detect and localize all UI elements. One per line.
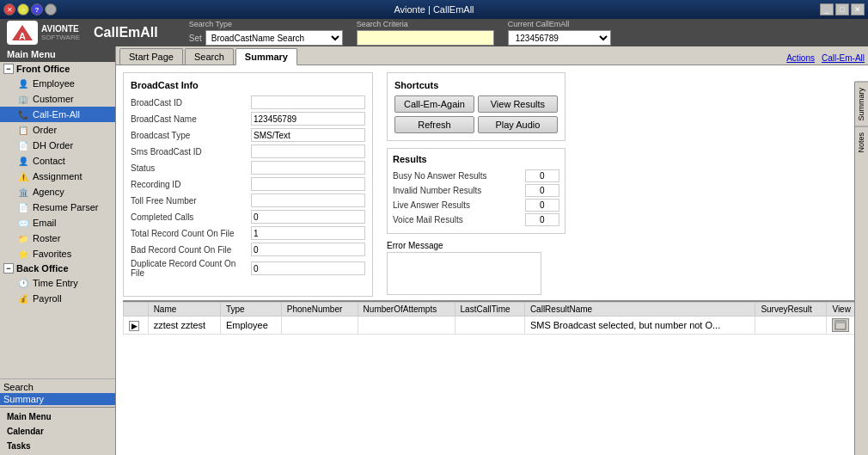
col-type[interactable]: Type (220, 303, 281, 317)
broadcast-name-label: BroadCast Name (131, 114, 251, 124)
row-view-btn[interactable] (832, 318, 849, 332)
current-callemall-select[interactable]: 123456789 (508, 30, 611, 46)
sidebar-item-payroll[interactable]: 💰 Payroll (0, 291, 115, 306)
row-type: Employee (226, 320, 268, 330)
broadcast-info-title: BroadCast Info (131, 80, 365, 90)
row-expander-btn[interactable]: ▶ (129, 321, 139, 331)
bad-record-input[interactable] (251, 243, 365, 256)
col-name[interactable]: Name (148, 303, 220, 317)
col-lastcalltime[interactable]: LastCallTime (455, 303, 524, 317)
sidebar-item-callemall[interactable]: 📞 Call-Em-All (0, 107, 115, 122)
play-audio-label: Play Audio (495, 120, 540, 130)
busy-no-answer-label: Busy No Answer Results (393, 171, 525, 181)
sidebar-item-favorites[interactable]: ⭐ Favorites (0, 246, 115, 261)
sidebar-item-resume[interactable]: 📄 Resume Parser (0, 200, 115, 215)
email-label: Email (33, 218, 57, 228)
sidebar-item-employee[interactable]: 👤 Employee (0, 76, 115, 91)
set-label: Set (189, 34, 202, 43)
summary-content: BroadCast Info BroadCast ID BroadCast Na… (116, 65, 868, 455)
breadcrumb-summary[interactable]: Summary (0, 393, 115, 405)
sidebar-item-order[interactable]: 📋 Order (0, 122, 115, 138)
duplicate-record-label: Duplicate Record Count On File (131, 259, 251, 278)
live-answer-value[interactable] (525, 199, 559, 212)
sidebar-item-assignment[interactable]: ⚠️ Assignment (0, 169, 115, 184)
completed-calls-label: Completed Calls (131, 212, 251, 222)
timeentry-label: Time Entry (33, 278, 78, 288)
right-tab-notes[interactable]: Notes (855, 126, 868, 158)
sidebar-section-back-office[interactable]: − Back Office (0, 261, 115, 275)
col-callresult[interactable]: CallResultName (524, 303, 755, 317)
sidebar-tree: − Front Office 👤 Employee 🏢 Customer (0, 62, 115, 378)
search-type-label: Search Type (189, 20, 343, 28)
broadcast-type-input[interactable] (251, 128, 365, 142)
col-attempts[interactable]: NumberOfAttempts (358, 303, 455, 317)
col-phone[interactable]: PhoneNumber (281, 303, 358, 317)
results-panel: Results Busy No Answer Results Invalid N… (387, 148, 565, 234)
win-restore[interactable]: □ (835, 3, 849, 15)
close-btn[interactable]: ✕ (3, 3, 15, 15)
resume-label: Resume Parser (33, 202, 98, 212)
actions-link[interactable]: Actions (786, 53, 815, 63)
toll-free-input[interactable] (251, 194, 365, 207)
sidebar-item-dhorder[interactable]: 📄 DH Order (0, 138, 115, 153)
help-btn[interactable]: ? (31, 3, 43, 15)
search-criteria-input[interactable] (357, 30, 494, 46)
call-em-again-button[interactable]: Call-Em-Again (394, 95, 474, 113)
breadcrumb-search[interactable]: Search (0, 381, 115, 393)
footer-tasks[interactable]: Tasks (0, 439, 115, 453)
tab-start-page[interactable]: Start Page (119, 48, 183, 65)
busy-no-answer-value[interactable] (525, 169, 559, 182)
invalid-number-value[interactable] (525, 184, 559, 197)
sidebar-item-agency[interactable]: 🏛️ Agency (0, 184, 115, 200)
minimize-btn[interactable]: − (17, 3, 29, 15)
total-record-input[interactable] (251, 226, 365, 240)
extra-btn[interactable] (45, 3, 57, 15)
sidebar-section-front-office[interactable]: − Front Office (0, 62, 115, 76)
svg-text:A: A (19, 31, 26, 41)
broadcast-name-row: BroadCast Name (131, 112, 365, 126)
sms-broadcast-id-input[interactable] (251, 144, 365, 158)
refresh-button[interactable]: Refresh (394, 116, 474, 133)
back-office-toggle[interactable]: − (3, 263, 14, 274)
error-message-input[interactable] (387, 252, 541, 295)
sidebar-item-email[interactable]: ✉️ Email (0, 215, 115, 231)
play-audio-button[interactable]: Play Audio (478, 116, 558, 133)
data-table-container: Name Type PhoneNumber NumberOfAttempts L… (123, 300, 861, 335)
call-em-again-label: Call-Em-Again (404, 99, 465, 109)
right-tab-summary[interactable]: Summary (855, 82, 868, 126)
right-side-panels: Shortcuts Call-Em-Again View Results Ref… (387, 72, 565, 297)
tab-summary-label: Summary (245, 52, 288, 62)
window-title: Avionte | CallEmAll (394, 4, 474, 15)
footer-calendar[interactable]: Calendar (0, 424, 115, 439)
callemall-icon: 📞 (17, 108, 29, 120)
tab-start-page-label: Start Page (129, 52, 174, 62)
tab-summary[interactable]: Summary (235, 48, 297, 65)
logo-icon: A (7, 21, 38, 45)
agency-label: Agency (33, 187, 64, 197)
col-survey[interactable]: SurveyResult (755, 303, 827, 317)
win-close[interactable]: ✕ (851, 3, 865, 15)
duplicate-record-input[interactable] (251, 261, 365, 275)
search-criteria-group: Search Criteria (357, 20, 494, 46)
completed-calls-input[interactable] (251, 210, 365, 224)
error-message-panel: Error Message (387, 241, 565, 297)
broadcast-id-input[interactable] (251, 95, 365, 109)
voice-mail-value[interactable] (525, 213, 559, 226)
search-type-select[interactable]: BroadCastName SearchID Search (205, 30, 343, 46)
callemall-link[interactable]: Call-Em-All (822, 53, 865, 63)
win-minimize[interactable]: _ (820, 3, 834, 15)
sidebar-item-contact[interactable]: 👤 Contact (0, 153, 115, 169)
sidebar-item-timeentry[interactable]: 🕐 Time Entry (0, 275, 115, 291)
sidebar-item-roster[interactable]: 📁 Roster (0, 231, 115, 246)
search-type-row: Set BroadCastName SearchID Search (189, 30, 343, 46)
sidebar-item-customer[interactable]: 🏢 Customer (0, 91, 115, 107)
footer-main-menu[interactable]: Main Menu (0, 409, 115, 424)
broadcast-name-input[interactable] (251, 112, 365, 126)
recording-id-input[interactable] (251, 177, 365, 191)
tab-search[interactable]: Search (185, 48, 234, 65)
broadcast-id-label: BroadCast ID (131, 98, 251, 108)
front-office-toggle[interactable]: − (3, 64, 14, 74)
status-input[interactable] (251, 161, 365, 175)
view-results-button[interactable]: View Results (478, 95, 558, 113)
status-row: Status (131, 161, 365, 175)
